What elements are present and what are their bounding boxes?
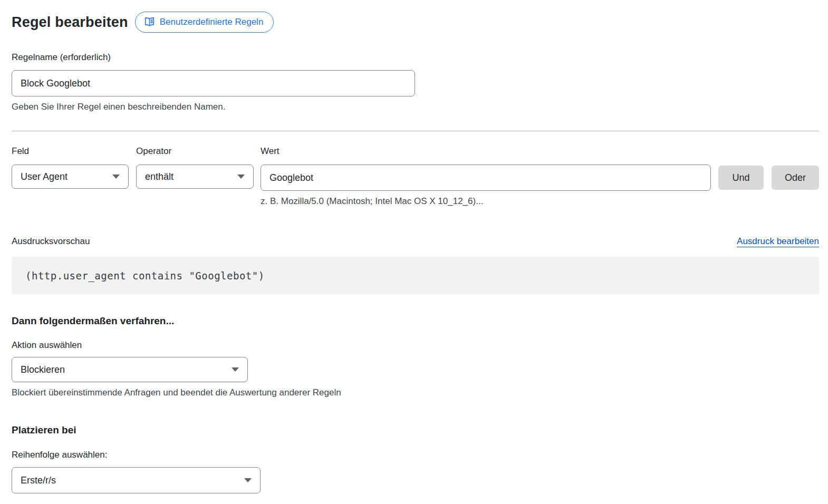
placement-heading: Platzieren bei xyxy=(12,424,819,436)
chevron-down-icon xyxy=(112,175,120,179)
rule-name-section: Regelname (erforderlich) Geben Sie Ihrer… xyxy=(12,52,819,112)
operator-select[interactable]: enthält xyxy=(136,164,254,189)
value-helper: z. B. Mozilla/5.0 (Macintosh; Intel Mac … xyxy=(261,196,711,207)
expression-preview-label: Ausdrucksvorschau xyxy=(12,236,90,247)
order-select-value: Erste/r/s xyxy=(21,475,56,486)
action-select-value: Blockieren xyxy=(21,364,65,375)
chevron-down-icon xyxy=(237,175,245,179)
action-helper: Blockiert übereinstimmende Anfragen und … xyxy=(12,387,819,398)
value-column: Wert z. B. Mozilla/5.0 (Macintosh; Intel… xyxy=(261,146,711,207)
page-title: Regel bearbeiten xyxy=(12,14,128,31)
chevron-down-icon xyxy=(244,478,252,482)
rule-name-label: Regelname (erforderlich) xyxy=(12,52,819,63)
order-select[interactable]: Erste/r/s xyxy=(12,467,261,493)
expression-code: (http.user_agent contains "Googlebot") xyxy=(25,270,265,282)
page-header: Regel bearbeiten Benutzerdefinierte Rege… xyxy=(12,12,819,33)
action-select[interactable]: Blockieren xyxy=(12,357,248,382)
section-divider xyxy=(12,131,819,131)
expression-preview-header: Ausdrucksvorschau Ausdruck bearbeiten xyxy=(12,236,819,247)
value-label: Wert xyxy=(261,146,711,157)
action-section: Dann folgendermaßen verfahren... Aktion … xyxy=(12,315,819,398)
open-book-icon xyxy=(144,17,155,27)
rule-name-input[interactable] xyxy=(12,70,415,96)
field-select-value: User Agent xyxy=(21,171,68,182)
operator-label: Operator xyxy=(136,146,254,157)
operator-select-value: enthält xyxy=(145,171,174,182)
rule-name-helper: Geben Sie Ihrer Regel einen beschreibend… xyxy=(12,102,819,112)
custom-rules-badge-button[interactable]: Benutzerdefinierte Regeln xyxy=(135,12,274,33)
field-label: Feld xyxy=(12,146,129,157)
edit-expression-link[interactable]: Ausdruck bearbeiten xyxy=(737,236,819,247)
order-label: Reihenfolge auswählen: xyxy=(12,450,819,460)
expression-preview-section: Ausdrucksvorschau Ausdruck bearbeiten (h… xyxy=(12,236,819,295)
action-heading: Dann folgendermaßen verfahren... xyxy=(12,315,819,327)
and-button[interactable]: Und xyxy=(718,166,764,190)
expression-code-box: (http.user_agent contains "Googlebot") xyxy=(12,257,819,295)
value-input[interactable] xyxy=(261,164,711,191)
action-label: Aktion auswählen xyxy=(12,340,819,351)
field-select[interactable]: User Agent xyxy=(12,164,129,189)
operator-column: Operator enthält xyxy=(136,146,254,189)
placement-section: Platzieren bei Reihenfolge auswählen: Er… xyxy=(12,424,819,493)
chevron-down-icon xyxy=(232,367,239,372)
condition-builder-row: Feld User Agent Operator enthält Wert z.… xyxy=(12,146,819,207)
or-button[interactable]: Oder xyxy=(772,166,819,190)
custom-rules-badge-label: Benutzerdefinierte Regeln xyxy=(160,17,264,26)
rule-editor-page: Regel bearbeiten Benutzerdefinierte Rege… xyxy=(0,0,828,493)
field-column: Feld User Agent xyxy=(12,146,129,189)
